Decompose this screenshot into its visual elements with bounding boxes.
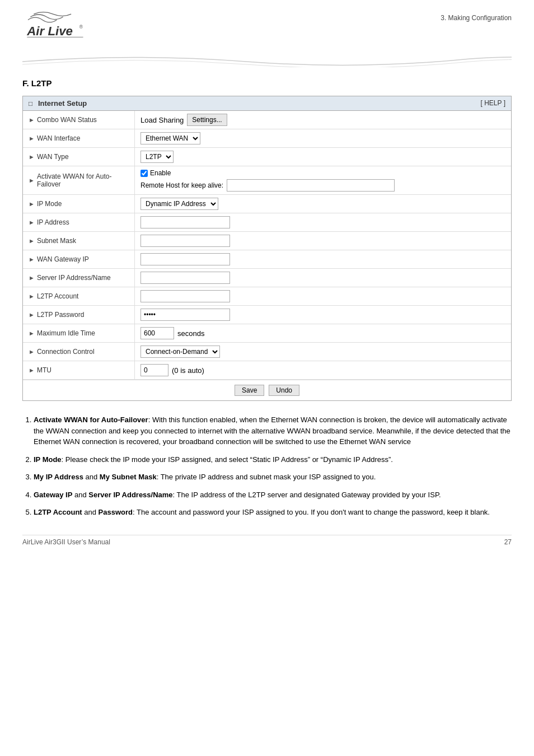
desc-item-1: Activate WWAN for Auto-Failover: With th… (34, 414, 512, 447)
help-link[interactable]: [ HELP ] (481, 99, 505, 108)
wan-interface-label: ► WAN Interface (23, 129, 135, 147)
enable-checkbox[interactable] (140, 170, 148, 177)
l2tp-account-input[interactable] (140, 290, 230, 302)
arrow-icon: ► (29, 311, 35, 318)
desc-bold-4a: Gateway IP (34, 491, 72, 499)
wan-type-row: ► WAN Type L2TP (23, 148, 511, 166)
connection-control-value: Connect-on-Demand Always On Manual (135, 343, 511, 361)
connection-control-label: ► Connection Control (23, 343, 135, 361)
combo-wan-label: ► Combo WAN Status (23, 111, 135, 129)
l2tp-password-value (135, 306, 511, 324)
desc-item-2: IP Mode: Please check the IP mode your I… (34, 454, 512, 465)
subnet-mask-input[interactable] (140, 235, 230, 247)
l2tp-account-label: ► L2TP Account (23, 287, 135, 305)
arrow-icon: ► (29, 367, 35, 374)
mtu-value: (0 is auto) (135, 361, 511, 379)
mtu-row: ► MTU (0 is auto) (23, 361, 511, 380)
ip-mode-select[interactable]: Dynamic IP Address Static IP Address (140, 198, 218, 210)
ip-mode-value: Dynamic IP Address Static IP Address (135, 195, 511, 213)
desc-item-5: L2TP Account and Password: The account a… (34, 507, 512, 518)
l2tp-account-value (135, 287, 511, 305)
desc-bold-4b: Server IP Address/Name (88, 491, 172, 499)
svg-text:Air Live: Air Live (26, 24, 73, 38)
max-idle-label: ► Maximum Idle Time (23, 324, 135, 342)
decorative-waves (22, 50, 512, 67)
undo-button[interactable]: Undo (269, 385, 299, 396)
wan-gateway-input[interactable] (140, 253, 230, 265)
footer: AirLive Air3GII User’s Manual 27 (22, 535, 512, 546)
enable-checkbox-label[interactable]: Enable (140, 169, 395, 177)
desc-bold-5a: L2TP Account (34, 508, 82, 516)
arrow-icon: ► (29, 330, 35, 337)
desc-item-3: My IP Address and My Subnet Mask: The pr… (34, 472, 512, 483)
ip-address-value (135, 213, 511, 231)
footer-page-number: 27 (504, 538, 512, 546)
remote-host-row: Remote Host for keep alive: (140, 179, 395, 192)
server-ip-value (135, 269, 511, 287)
ip-mode-label: ► IP Mode (23, 195, 135, 213)
ip-address-input[interactable] (140, 216, 230, 228)
header: Air Live ® 3. Making Configuration (22, 11, 512, 45)
activate-wwan-controls: Enable Remote Host for keep alive: (140, 169, 395, 192)
l2tp-account-row: ► L2TP Account (23, 287, 511, 306)
arrow-icon: ► (29, 348, 35, 355)
l2tp-password-row: ► L2TP Password (23, 306, 511, 324)
footer-left: AirLive Air3GII User’s Manual (22, 538, 110, 546)
connection-control-row: ► Connection Control Connect-on-Demand A… (23, 343, 511, 361)
max-idle-value: seconds (135, 324, 511, 342)
wan-gateway-value (135, 250, 511, 268)
description-list: Activate WWAN for Auto-Failover: With th… (34, 414, 512, 518)
remote-host-input[interactable] (227, 179, 395, 192)
l2tp-password-label: ► L2TP Password (23, 306, 135, 324)
desc-bold-2: IP Mode (34, 455, 62, 464)
connection-control-select[interactable]: Connect-on-Demand Always On Manual (140, 346, 220, 358)
wan-gateway-row: ► WAN Gateway IP (23, 250, 511, 269)
settings-button[interactable]: Settings... (187, 114, 227, 126)
save-button[interactable]: Save (235, 385, 264, 396)
subnet-mask-row: ► Subnet Mask (23, 232, 511, 250)
subnet-mask-label: ► Subnet Mask (23, 232, 135, 250)
arrow-icon: ► (29, 135, 35, 142)
activate-wwan-row: ► Activate WWAN for Auto-Failover Enable… (23, 166, 511, 195)
server-ip-row: ► Server IP Address/Name (23, 269, 511, 287)
wan-interface-select[interactable]: Ethernet WAN (140, 132, 200, 144)
combo-wan-value: Load Sharing Settings... (135, 111, 511, 129)
activate-wwan-label: ► Activate WWAN for Auto-Failover (23, 166, 135, 194)
internet-setup-table: □ Internet Setup [ HELP ] ► Combo WAN St… (22, 96, 512, 401)
arrow-icon: ► (29, 219, 35, 226)
combo-wan-row: ► Combo WAN Status Load Sharing Settings… (23, 111, 511, 129)
desc-bold-5b: Password (99, 508, 133, 516)
desc-item-4: Gateway IP and Server IP Address/Name: T… (34, 489, 512, 501)
wan-type-label: ► WAN Type (23, 148, 135, 166)
ip-address-label: ► IP Address (23, 213, 135, 231)
wan-gateway-label: ► WAN Gateway IP (23, 250, 135, 268)
airlive-logo: Air Live ® (22, 11, 101, 45)
save-row: Save Undo (23, 380, 511, 400)
arrow-icon: ► (29, 256, 35, 263)
wan-interface-row: ► WAN Interface Ethernet WAN (23, 129, 511, 148)
arrow-icon: ► (29, 293, 35, 300)
section-title: F. L2TP (22, 78, 512, 88)
arrow-icon: ► (29, 177, 35, 184)
table-title: □ Internet Setup (29, 99, 87, 108)
max-idle-input[interactable] (140, 327, 174, 339)
arrow-icon: ► (29, 237, 35, 244)
arrow-icon: ► (29, 116, 35, 123)
desc-bold-1: Activate WWAN for Auto-Failover (34, 416, 148, 424)
arrow-icon: ► (29, 153, 35, 160)
table-header: □ Internet Setup [ HELP ] (23, 96, 511, 111)
ip-mode-row: ► IP Mode Dynamic IP Address Static IP A… (23, 195, 511, 213)
wan-type-select[interactable]: L2TP (140, 151, 174, 163)
page-reference: 3. Making Configuration (441, 11, 512, 22)
svg-text:®: ® (79, 24, 83, 30)
desc-bold-3a: My IP Address (34, 473, 83, 481)
arrow-icon: ► (29, 200, 35, 207)
ip-address-row: ► IP Address (23, 213, 511, 232)
server-ip-input[interactable] (140, 272, 230, 284)
mtu-input[interactable] (140, 364, 168, 376)
logo-area: Air Live ® (22, 11, 101, 45)
wan-interface-value: Ethernet WAN (135, 129, 511, 147)
wan-type-value: L2TP (135, 148, 511, 166)
subnet-mask-value (135, 232, 511, 250)
l2tp-password-input[interactable] (140, 309, 230, 321)
